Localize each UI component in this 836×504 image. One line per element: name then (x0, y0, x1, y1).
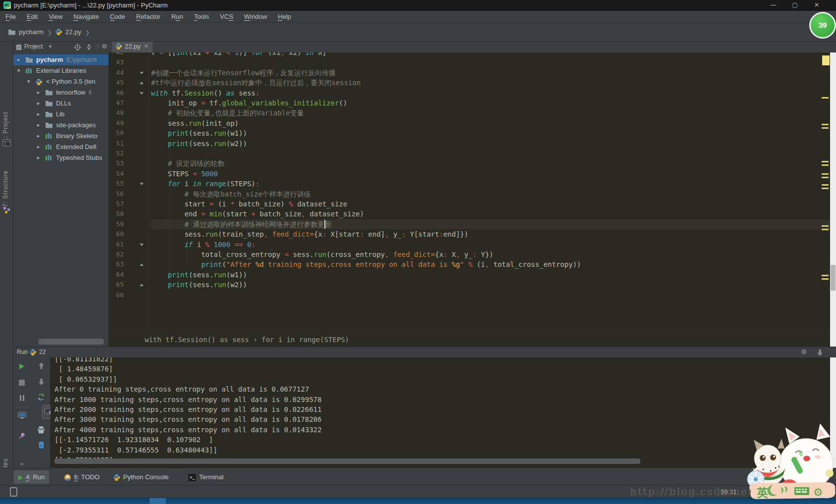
code-line-51[interactable]: 51 print(sess.run(w2)) (109, 139, 830, 149)
code-line-44[interactable]: 44#创建一个会话来运行Tensorflow程序，反复运行反向传播 (109, 68, 830, 78)
warning-mark[interactable] (822, 177, 829, 178)
warning-mark[interactable] (822, 229, 829, 230)
warning-mark[interactable] (822, 188, 829, 189)
locate-icon[interactable] (74, 44, 81, 51)
chevron-right-icon[interactable]: ▸ (17, 56, 20, 63)
code-editor[interactable]: 42Y = [[int(x1 + x2 < 1)] for (x1, x2) i… (109, 52, 830, 333)
code-line-64[interactable]: 64 print(sess.run(w1)) (109, 270, 830, 280)
warning-mark[interactable] (822, 127, 829, 129)
taskbar-active-app[interactable] (150, 498, 166, 504)
warning-mark[interactable] (822, 275, 829, 276)
nav-crumb[interactable]: 22.py (62, 28, 82, 36)
menu-window[interactable]: Window (239, 11, 272, 23)
code-line-57[interactable]: 57 start = (i * batch_size) % dataset_si… (109, 199, 830, 209)
warning-mark[interactable] (822, 184, 829, 186)
code-line-58[interactable]: 58 end = min(start + batch_size, dataset… (109, 209, 830, 219)
tree-row-typeshed-stubs[interactable]: ▸Typeshed Stubs (13, 152, 109, 163)
code-line-66[interactable]: 66 (109, 290, 830, 300)
rerun-button[interactable] (16, 361, 28, 372)
menu-view[interactable]: View (43, 11, 68, 23)
hide-panel-icon[interactable] (817, 349, 823, 356)
chevron-right-icon[interactable]: ▸ (37, 133, 40, 139)
chevron-right-icon[interactable]: ▸ (37, 100, 40, 106)
code-line-60[interactable]: 60 sess.run(train_step, feed_dict={x: X[… (109, 229, 830, 239)
toolwindow-tab-6-todo[interactable]: 6: TODO (59, 470, 104, 484)
code-line-63[interactable]: 63 print("After %d training steps,cross … (109, 259, 830, 269)
menu-run[interactable]: Run (166, 11, 189, 23)
fold-marker-icon[interactable] (140, 82, 144, 84)
recorder-badge[interactable]: 39 (809, 12, 836, 39)
toolwindow-toggle-icon[interactable] (10, 487, 17, 497)
menu-edit[interactable]: Edit (21, 11, 43, 23)
chevron-right-icon[interactable]: ▸ (37, 111, 40, 117)
warning-mark[interactable] (822, 173, 829, 175)
fold-marker-icon[interactable] (140, 244, 144, 246)
editor-vscrollbar-thumb[interactable] (831, 265, 836, 291)
close-button[interactable]: ✕ (808, 0, 825, 10)
nav-crumb[interactable]: pycharm (16, 28, 45, 36)
tree-row-pycharm[interactable]: ▸pycharmE:\pycharm (13, 54, 109, 65)
tool-stripe-structure[interactable]: 7: Structure (2, 155, 9, 207)
code-line-49[interactable]: 49 sess.run(init_op) (109, 118, 830, 128)
close-icon[interactable]: ✕ (144, 43, 149, 49)
menu-help[interactable]: Help (272, 11, 297, 23)
menu-tools[interactable]: Tools (189, 11, 214, 23)
gear-icon[interactable]: ⚙ (102, 43, 107, 50)
next-occurrence-icon[interactable] (35, 378, 47, 389)
clear-all-icon[interactable] (35, 441, 47, 452)
chevron-down-icon[interactable]: ▾ (27, 78, 30, 85)
code-line-54[interactable]: 54 STEPS = 5000 (109, 169, 830, 179)
project-panel-title[interactable]: Project (24, 43, 43, 50)
print-icon[interactable] (35, 426, 47, 437)
tree-row-tensorflow[interactable]: ▸tensorflowli (13, 87, 109, 98)
code-line-47[interactable]: 47 init_op = tf.global_variables_initial… (109, 98, 830, 108)
code-line-48[interactable]: 48 # 初始化变量,也就是上面的Variable变量 (109, 108, 830, 118)
code-line-61[interactable]: 61 if i % 1000 == 0: (109, 240, 830, 250)
error-stripe[interactable] (819, 52, 830, 333)
toolwindow-tab-terminal[interactable]: >_Terminal (184, 470, 228, 484)
code-line-42[interactable]: 42Y = [[int(x1 + x2 < 1)] for (x1, x2) i… (109, 52, 830, 57)
chevron-right-icon[interactable]: ▸ (37, 144, 40, 150)
menu-file[interactable]: File (0, 11, 21, 23)
chevron-down-icon[interactable]: ▾ (17, 67, 20, 74)
rerun-cycle-icon[interactable] (35, 393, 47, 404)
warning-mark[interactable] (822, 161, 829, 162)
code-line-50[interactable]: 50 print(sess.run(w1)) (109, 128, 830, 138)
warning-mark[interactable] (822, 164, 829, 166)
prev-occurrence-icon[interactable] (35, 361, 47, 372)
code-line-52[interactable]: 52 (109, 149, 830, 158)
tree-row-dlls[interactable]: ▸DLLs (13, 98, 109, 109)
toolwindow-tab-4-run[interactable]: 4: Run (14, 470, 49, 484)
warning-mark[interactable] (822, 124, 829, 125)
tree-row-binary-skeleto[interactable]: ▸Binary Skeleto (13, 131, 109, 142)
code-line-65[interactable]: 65 print(sess.run(w2)) (109, 280, 830, 290)
menu-refactor[interactable]: Refactor (131, 11, 166, 23)
console-hscrollbar[interactable] (54, 458, 640, 464)
inspection-status-square[interactable] (822, 55, 830, 65)
menu-vcs[interactable]: VCS (214, 11, 239, 23)
editor-tab-22py[interactable]: 22.py✕ (112, 42, 153, 52)
tree-row--python-3-5-ten[interactable]: ▾< Python 3.5 (ten (13, 76, 109, 87)
fold-marker-icon[interactable] (140, 263, 144, 266)
warning-mark[interactable] (822, 225, 829, 227)
code-line-55[interactable]: 55 for i in range(STEPS): (109, 179, 830, 189)
breadcrumb[interactable]: with tf.Session() as sess › for i in ran… (145, 336, 349, 344)
code-line-53[interactable]: 53 # 设定训练的轮数 (109, 158, 830, 168)
pause-output-button[interactable] (16, 393, 28, 404)
code-line-62[interactable]: 62 total_cross_entropy = sess.run(cross_… (109, 250, 830, 259)
tool-stripe-project[interactable]: 1: Project (2, 86, 9, 142)
gear-icon[interactable]: ⚙ (801, 348, 807, 355)
menu-code[interactable]: Code (104, 11, 131, 23)
tree-row-extended-defi[interactable]: ▸Extended Defi (13, 142, 109, 152)
warning-mark[interactable] (822, 97, 829, 99)
chevron-right-icon[interactable]: ▸ (37, 154, 40, 161)
tree-row-external-libraries[interactable]: ▾External Libraries (13, 65, 109, 76)
chevron-down-icon[interactable]: ▼ (48, 44, 52, 49)
pin-tab-icon[interactable] (16, 432, 28, 443)
project-hscrollbar[interactable] (38, 339, 104, 345)
code-line-59[interactable]: 59 # 通过选取的样本训练神经网络并进行参数更新 (109, 219, 830, 229)
show-command-line-icon[interactable] (16, 411, 28, 422)
fold-marker-icon[interactable] (140, 92, 144, 95)
code-line-43[interactable]: 43 (109, 57, 830, 67)
code-line-45[interactable]: 45#tf中运行必须放在session对象中，且运行过后，要关闭session (109, 78, 830, 88)
